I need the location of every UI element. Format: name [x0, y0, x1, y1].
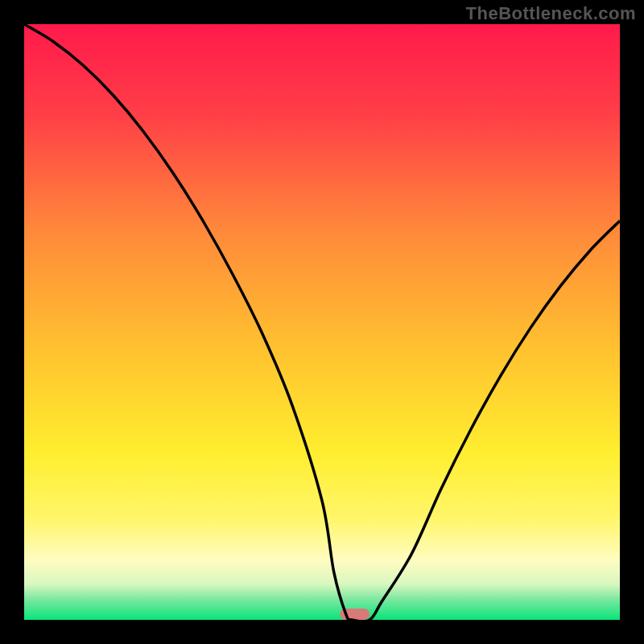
chart-frame: TheBottleneck.com: [0, 0, 644, 644]
plot-area: [24, 24, 620, 620]
gradient-background: [24, 24, 620, 620]
bottleneck-chart: [24, 24, 620, 620]
attribution-label: TheBottleneck.com: [466, 3, 636, 24]
